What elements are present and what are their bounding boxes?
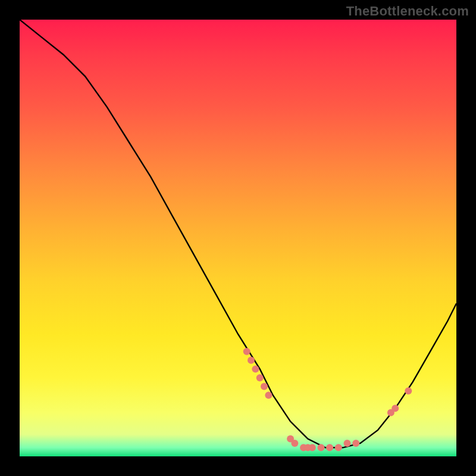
curve-marker	[265, 392, 272, 399]
chart-svg	[20, 20, 456, 456]
curve-marker	[344, 440, 351, 447]
curve-marker	[335, 444, 342, 451]
curve-marker	[309, 444, 316, 451]
watermark-text: TheBottleneck.com	[346, 4, 469, 19]
curve-marker	[248, 357, 255, 364]
curve-markers-group	[243, 348, 412, 452]
curve-marker	[392, 405, 399, 412]
plot-area	[20, 20, 456, 456]
curve-marker	[326, 444, 333, 451]
curve-marker	[352, 440, 359, 447]
curve-marker	[252, 365, 259, 372]
curve-marker	[256, 374, 264, 381]
chart-frame: TheBottleneck.com	[0, 0, 476, 476]
curve-marker	[243, 348, 250, 355]
curve-marker	[261, 383, 268, 390]
curve-marker	[291, 440, 298, 447]
curve-marker	[405, 387, 412, 394]
curve-marker	[318, 444, 325, 451]
bottleneck-curve-line	[20, 20, 456, 447]
